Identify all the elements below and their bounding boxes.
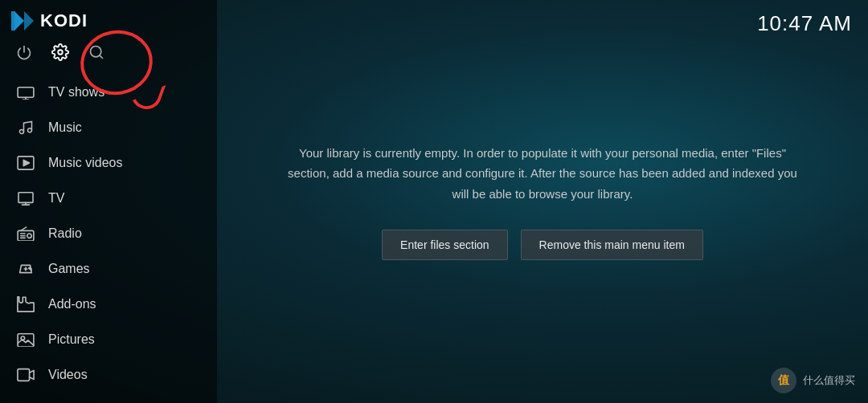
sidebar-item-games[interactable]: Games [0, 251, 217, 287]
settings-icon[interactable] [51, 43, 69, 65]
svg-line-5 [100, 55, 103, 59]
sidebar-item-tv[interactable]: TV [0, 181, 217, 216]
nav-menu: TV shows Music Music videos [0, 75, 217, 403]
action-buttons: Enter files section Remove this main men… [382, 230, 703, 260]
pictures-icon [16, 330, 35, 349]
remove-menu-item-button[interactable]: Remove this main menu item [521, 230, 703, 260]
sidebar-item-label: Radio [48, 226, 82, 241]
kodi-header: KODI [0, 0, 217, 40]
sidebar: KODI [0, 0, 217, 403]
svg-point-10 [28, 128, 32, 132]
sidebar-item-label: Videos [48, 368, 88, 382]
sidebar-item-label: Pictures [48, 332, 95, 347]
svg-point-9 [20, 130, 24, 134]
sidebar-item-label: TV shows [48, 85, 104, 100]
sidebar-item-videos[interactable]: Videos [0, 357, 217, 393]
svg-rect-27 [18, 369, 30, 381]
sidebar-item-radio[interactable]: Radio [0, 216, 217, 251]
tv-icon [16, 189, 35, 208]
sidebar-item-label: TV [48, 191, 64, 206]
clock: 10:47 AM [757, 11, 852, 36]
power-icon[interactable] [16, 44, 32, 64]
music-videos-icon [16, 153, 35, 173]
svg-rect-2 [11, 11, 15, 31]
sidebar-item-music-videos[interactable]: Music videos [0, 145, 217, 181]
kodi-logo-icon [10, 8, 35, 34]
watermark-badge: 值 [771, 368, 796, 393]
radio-icon [16, 224, 35, 243]
videos-icon [16, 365, 35, 385]
svg-point-23 [29, 267, 30, 268]
sidebar-item-pictures[interactable]: Pictures [0, 322, 217, 357]
svg-rect-25 [18, 334, 34, 347]
watermark-text: 什么值得买 [803, 373, 855, 388]
sidebar-item-label: Add-ons [48, 297, 96, 311]
svg-marker-1 [24, 11, 34, 31]
main-content: Your library is currently empty. In orde… [217, 0, 868, 403]
watermark: 值 什么值得买 [771, 368, 855, 393]
tv-shows-icon [16, 83, 35, 102]
svg-point-3 [58, 50, 63, 55]
sidebar-item-addons[interactable]: Add-ons [0, 287, 217, 322]
svg-marker-12 [23, 160, 29, 165]
svg-marker-0 [14, 11, 24, 31]
svg-rect-6 [18, 88, 34, 98]
sidebar-item-label: Games [48, 262, 90, 276]
svg-point-17 [27, 234, 31, 238]
enter-files-button[interactable]: Enter files section [382, 230, 508, 260]
top-icons-bar [0, 40, 217, 75]
library-message: Your library is currently empty. In orde… [281, 143, 804, 205]
sidebar-item-label: Music [48, 120, 82, 135]
music-icon [16, 118, 35, 137]
sidebar-item-music[interactable]: Music [0, 110, 217, 145]
sidebar-item-tv-shows[interactable]: TV shows [0, 75, 217, 110]
search-icon[interactable] [88, 44, 104, 64]
games-icon [16, 259, 35, 279]
app-title: KODI [40, 10, 88, 31]
sidebar-item-label: Music videos [48, 156, 122, 170]
svg-point-24 [31, 269, 31, 270]
svg-rect-13 [18, 193, 33, 203]
addons-icon [16, 295, 35, 314]
